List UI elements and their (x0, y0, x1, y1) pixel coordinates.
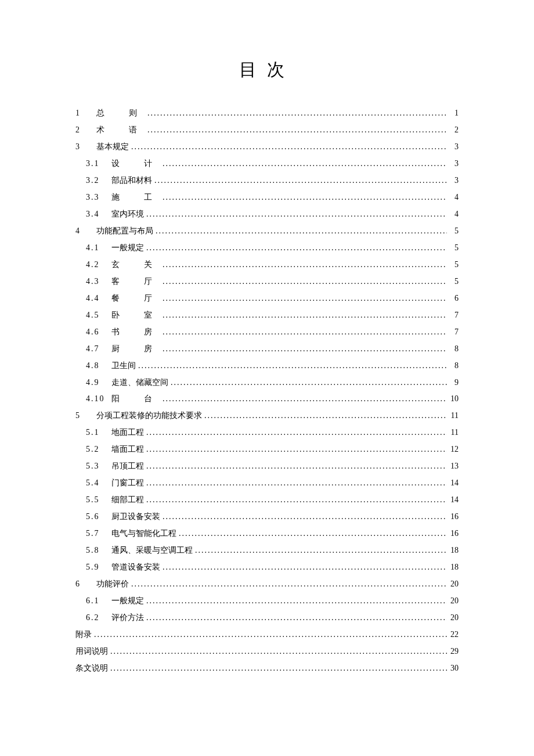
toc-entry-number: 4.10 (86, 391, 111, 408)
toc-entry-label: 厨 房 (111, 341, 160, 358)
toc-leader-dots (163, 189, 447, 206)
toc-entry: 5.3吊顶工程13 (75, 458, 459, 475)
toc-entry: 5.6厨卫设备安装16 (75, 509, 459, 525)
toc-leader-dots (195, 542, 447, 559)
toc-entry-page: 13 (449, 458, 459, 475)
toc-entry-page: 16 (449, 525, 459, 542)
toc-entry-label: 餐 厅 (111, 290, 160, 307)
toc-leader-dots (163, 290, 447, 307)
toc-title: 目次 (75, 58, 459, 82)
toc-entry-number: 5 (75, 408, 96, 424)
toc-entry: 3.2部品和材料3 (75, 172, 459, 189)
toc-entry-page: 3 (449, 139, 459, 156)
toc-entry-page: 5 (449, 223, 459, 240)
toc-entry-page: 4 (449, 206, 459, 223)
toc-entry-number: 4.8 (86, 358, 111, 375)
toc-leader-dots (179, 525, 447, 542)
toc-leader-dots (146, 424, 447, 441)
toc-leader-dots (156, 223, 447, 240)
toc-entry-label: 一般规定 (111, 240, 144, 257)
toc-entry-number: 3.2 (86, 172, 111, 189)
toc-entry-label: 用词说明 (75, 643, 108, 660)
toc-entry-page: 22 (449, 627, 459, 643)
toc-entry: 条文说明30 (75, 660, 459, 677)
toc-entry-page: 10 (449, 391, 459, 408)
toc-leader-dots (146, 458, 447, 475)
toc-entry: 4.6书 房7 (75, 324, 459, 341)
toc-entry-label: 墙面工程 (111, 441, 144, 458)
toc-entry-label: 评价方法 (111, 610, 144, 627)
toc-entry: 5.4门窗工程14 (75, 475, 459, 492)
toc-leader-dots (163, 391, 447, 408)
toc-leader-dots (163, 341, 447, 358)
toc-entry-page: 9 (449, 375, 459, 391)
toc-entry-number: 3.3 (86, 189, 111, 206)
toc-entry-number: 4.2 (86, 257, 111, 273)
toc-entry-number: 5.2 (86, 441, 111, 458)
toc-entry: 4.3客 厅5 (75, 273, 459, 290)
toc-entry-number: 4.6 (86, 324, 111, 341)
toc-entry-label: 分项工程装修的功能技术要求 (96, 408, 202, 424)
toc-entry-page: 6 (449, 290, 459, 307)
toc-entry: 4.1一般规定5 (75, 240, 459, 257)
toc-entry-label: 通风、采暖与空调工程 (111, 542, 193, 559)
toc-leader-dots (146, 206, 447, 223)
toc-entry-label: 总 则 (96, 105, 145, 122)
toc-leader-dots (131, 139, 447, 156)
toc-entry-label: 术 语 (96, 122, 145, 139)
toc-entry: 4.7厨 房8 (75, 341, 459, 358)
toc-leader-dots (146, 475, 447, 492)
toc-entry-number: 4.7 (86, 341, 111, 358)
toc-entry-label: 卫生间 (111, 358, 136, 375)
toc-entry-label: 玄 关 (111, 257, 160, 273)
toc-leader-dots (131, 576, 447, 593)
toc-entry-label: 施 工 (111, 189, 160, 206)
toc-entry-number: 3.4 (86, 206, 111, 223)
toc-entry: 6.2评价方法20 (75, 610, 459, 627)
toc-entry: 5.8通风、采暖与空调工程18 (75, 542, 459, 559)
toc-leader-dots (110, 660, 447, 677)
toc-entry-page: 14 (449, 492, 459, 509)
toc-entry-page: 8 (449, 358, 459, 375)
toc-leader-dots (171, 375, 447, 391)
toc-entry-label: 管道设备安装 (111, 559, 160, 576)
toc-entry: 4.4餐 厅6 (75, 290, 459, 307)
toc-entry: 4功能配置与布局5 (75, 223, 459, 240)
toc-entry: 4.10阳 台10 (75, 391, 459, 408)
toc-entry-number: 5.8 (86, 542, 111, 559)
toc-entry: 5分项工程装修的功能技术要求11 (75, 408, 459, 424)
toc-entry-page: 7 (449, 307, 459, 324)
toc-entry: 附录22 (75, 627, 459, 643)
toc-entry: 5.2墙面工程12 (75, 441, 459, 458)
toc-entry-label: 门窗工程 (111, 475, 144, 492)
toc-entry-page: 4 (449, 189, 459, 206)
toc-entry-label: 功能配置与布局 (96, 223, 153, 240)
toc-entry-page: 30 (449, 660, 459, 677)
toc-entry-page: 1 (449, 105, 459, 122)
toc-entry-label: 走道、储藏空间 (111, 375, 168, 391)
toc-entry-page: 2 (449, 122, 459, 139)
toc-entry-label: 一般规定 (111, 593, 144, 610)
toc-entry-number: 5.7 (86, 525, 111, 542)
toc-entry-number: 4.5 (86, 307, 111, 324)
toc-entry-number: 1 (75, 105, 96, 122)
toc-list: 1总 则12术 语23基本规定33.1设 计33.2部品和材料33.3施 工43… (75, 105, 459, 677)
toc-leader-dots (163, 257, 447, 273)
toc-leader-dots (146, 240, 447, 257)
toc-entry: 4.5卧 室7 (75, 307, 459, 324)
toc-entry-label: 设 计 (111, 156, 160, 172)
toc-entry-page: 20 (449, 610, 459, 627)
toc-entry-label: 阳 台 (111, 391, 160, 408)
toc-entry-page: 29 (449, 643, 459, 660)
toc-leader-dots (154, 172, 447, 189)
toc-entry-label: 条文说明 (75, 660, 108, 677)
toc-entry: 3基本规定3 (75, 139, 459, 156)
toc-entry-label: 卧 室 (111, 307, 160, 324)
toc-entry-page: 8 (449, 341, 459, 358)
toc-leader-dots (163, 307, 447, 324)
toc-leader-dots (147, 122, 447, 139)
toc-leader-dots (163, 273, 447, 290)
toc-leader-dots (163, 324, 447, 341)
toc-entry-number: 3 (75, 139, 96, 156)
toc-entry-number: 4 (75, 223, 96, 240)
